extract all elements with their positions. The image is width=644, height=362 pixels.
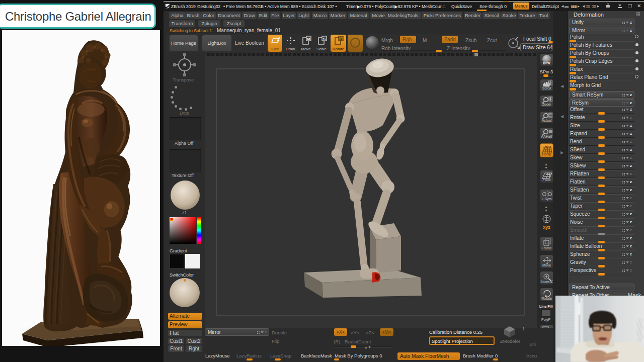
- svg-text:M: M: [307, 37, 310, 41]
- svg-text:R: R: [340, 37, 343, 41]
- svg-text:S: S: [323, 37, 326, 41]
